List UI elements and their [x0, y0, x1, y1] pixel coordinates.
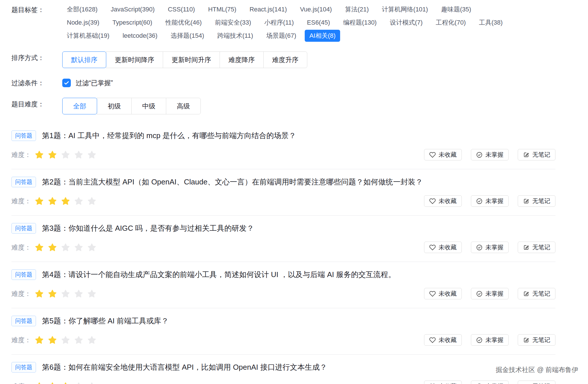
question-title[interactable]: 第1题：AI 工具中，经常提到的 mcp 是什么，有哪些与前端方向结合的场景？ [42, 131, 296, 141]
difficulty-label: 难度： [11, 197, 31, 206]
sort-option-更新时间降序[interactable]: 更新时间降序 [106, 51, 163, 68]
favorite-button[interactable]: 未收藏 [424, 381, 462, 384]
question-item-4: 问答题 第4题：请设计一个能自动生成产品文案的前端小工具，简述如何设计 UI ，… [11, 262, 555, 308]
master-button[interactable]: 未掌握 [471, 149, 509, 160]
question-actions: 未收藏 未掌握 无笔记 [424, 149, 555, 160]
tag-算法[interactable]: 算法(21) [340, 3, 373, 15]
star-icon [61, 243, 70, 252]
tag-前端安全[interactable]: 前端安全(33) [210, 17, 256, 29]
favorite-button[interactable]: 未收藏 [424, 242, 462, 253]
tag-ES6[interactable]: ES6(45) [302, 17, 335, 29]
tag-AI相关[interactable]: AI相关(8) [305, 30, 340, 42]
star-icon [87, 335, 97, 345]
tag-row-1: 全部(1628)JavaScript(390)CSS(110)HTML(75)R… [62, 3, 511, 15]
star-icon [87, 382, 97, 384]
favorite-button[interactable]: 未收藏 [424, 334, 462, 346]
master-label: 未掌握 [485, 198, 503, 204]
tag-全部[interactable]: 全部(1628) [62, 3, 102, 15]
question-title[interactable]: 第5题：你了解哪些 AI 前端工具或库？ [42, 316, 168, 326]
filter-mastered-checkbox[interactable] [62, 79, 71, 87]
note-icon [523, 198, 529, 204]
tag-list: 全部(1628)JavaScript(390)CSS(110)HTML(75)R… [62, 3, 511, 43]
star-icon [35, 150, 44, 160]
note-button[interactable]: 无笔记 [518, 242, 555, 253]
star-icon [74, 335, 83, 345]
heart-icon [429, 198, 436, 204]
master-button[interactable]: 未掌握 [471, 334, 509, 346]
tag-场景题[interactable]: 场景题(67) [262, 30, 301, 42]
tag-HTML[interactable]: HTML(75) [204, 3, 241, 15]
star-icon [35, 289, 44, 299]
note-button[interactable]: 无笔记 [518, 149, 555, 160]
master-label: 未掌握 [485, 151, 503, 158]
note-icon [523, 337, 529, 343]
question-difficulty: 难度： [11, 382, 97, 384]
tag-Typescript[interactable]: Typescript(60) [108, 17, 157, 29]
tag-React.js[interactable]: React.js(141) [245, 3, 292, 15]
question-difficulty: 难度： [11, 289, 97, 299]
star-icon [61, 335, 70, 345]
difficulty-label: 难度： [11, 289, 31, 298]
tag-工程化[interactable]: 工程化(70) [431, 17, 470, 29]
sort-option-难度降序[interactable]: 难度降序 [220, 51, 264, 68]
favorite-button[interactable]: 未收藏 [424, 288, 462, 299]
tag-选择题[interactable]: 选择题(154) [166, 30, 208, 42]
favorite-button[interactable]: 未收藏 [424, 195, 462, 207]
tag-趣味题[interactable]: 趣味题(35) [437, 3, 476, 15]
tag-leetcode[interactable]: leetcode(36) [118, 30, 162, 42]
note-button[interactable]: 无笔记 [518, 334, 555, 346]
star-icon [48, 289, 57, 299]
tag-设计模式[interactable]: 设计模式(7) [385, 17, 427, 29]
tag-工具[interactable]: 工具(38) [474, 17, 507, 29]
star-rating [35, 150, 97, 160]
favorite-label: 未收藏 [439, 244, 457, 251]
star-icon [74, 289, 83, 299]
tag-性能优化[interactable]: 性能优化(46) [161, 17, 206, 29]
question-meta-row: 难度： 未收藏 未掌握 无笔记 [11, 242, 555, 253]
sort-option-更新时间升序[interactable]: 更新时间升序 [163, 51, 220, 68]
star-icon [74, 243, 83, 252]
difficulty-option-高级[interactable]: 高级 [166, 98, 201, 114]
master-button[interactable]: 未掌握 [471, 381, 509, 384]
master-button[interactable]: 未掌握 [471, 242, 509, 253]
question-title[interactable]: 第3题：你知道什么是 AIGC 吗，是否有参与过相关工具的研发？ [42, 223, 254, 233]
star-icon [48, 196, 57, 206]
question-title[interactable]: 第2题：当前主流大模型 API（如 OpenAI、Claude、文心一言）在前端… [42, 177, 423, 187]
star-icon [35, 335, 44, 345]
favorite-button[interactable]: 未收藏 [424, 149, 462, 160]
star-icon [61, 243, 70, 252]
question-bank-page: 题目标签： 全部(1628)JavaScript(390)CSS(110)HTM… [0, 0, 588, 384]
star-icon [48, 243, 57, 252]
question-item-2: 问答题 第2题：当前主流大模型 API（如 OpenAI、Claude、文心一言… [11, 169, 555, 215]
question-difficulty: 难度： [11, 335, 97, 345]
question-meta-row: 难度： 未收藏 未掌握 无笔记 [11, 288, 555, 299]
star-icon [48, 335, 57, 345]
tag-计算机网络[interactable]: 计算机网络(101) [377, 3, 432, 15]
difficulty-option-初级[interactable]: 初级 [97, 98, 132, 114]
tag-Node.js[interactable]: Node.js(39) [62, 17, 104, 29]
tag-跨端技术[interactable]: 跨端技术(11) [213, 30, 258, 42]
note-button[interactable]: 无笔记 [518, 288, 555, 299]
sort-option-默认排序[interactable]: 默认排序 [62, 51, 106, 68]
difficulty-filter-label: 题目难度： [11, 98, 62, 110]
sort-option-难度升序[interactable]: 难度升序 [263, 51, 307, 68]
tag-计算机基础[interactable]: 计算机基础(19) [62, 30, 114, 42]
tag-JavaScript[interactable]: JavaScript(390) [106, 3, 159, 15]
tag-编程题[interactable]: 编程题(130) [339, 17, 381, 29]
difficulty-option-全部[interactable]: 全部 [62, 98, 97, 114]
tag-Vue.js[interactable]: Vue.js(104) [296, 3, 337, 15]
note-button[interactable]: 无笔记 [518, 381, 555, 384]
star-rating [35, 243, 97, 252]
master-button[interactable]: 未掌握 [471, 288, 509, 299]
tag-小程序[interactable]: 小程序(11) [260, 17, 298, 29]
difficulty-option-中级[interactable]: 中级 [131, 98, 166, 114]
question-title-row: 问答题 第3题：你知道什么是 AIGC 吗，是否有参与过相关工具的研发？ [11, 223, 555, 234]
tag-CSS[interactable]: CSS(110) [163, 3, 200, 15]
question-title[interactable]: 第6题：如何在前端安全地使用大语言模型 API，比如调用 OpenAI 接口进行… [42, 362, 327, 372]
note-button[interactable]: 无笔记 [518, 195, 555, 207]
question-title[interactable]: 第4题：请设计一个能自动生成产品文案的前端小工具，简述如何设计 UI ，以及与后… [42, 270, 396, 280]
heart-icon [429, 244, 436, 251]
sort-label: 排序方式： [11, 51, 62, 64]
note-label: 无笔记 [532, 383, 550, 384]
master-button[interactable]: 未掌握 [471, 195, 509, 207]
